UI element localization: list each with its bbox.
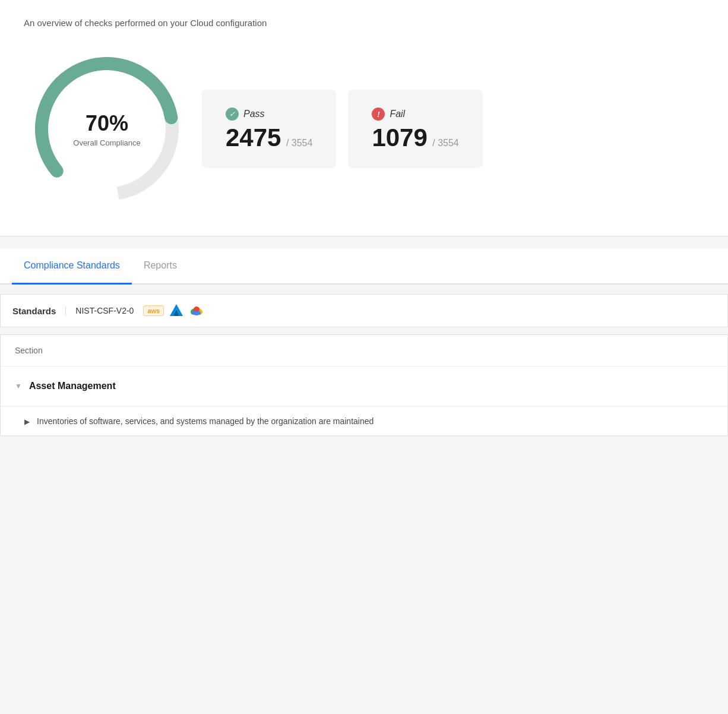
stats-row: 70% Overall Compliance ✓ Pass 2475 / 355… [24,46,704,212]
fail-count-row: 1079 / 3554 [372,125,458,150]
pass-count: 2475 [226,124,281,151]
section-header: Section [1,335,727,367]
fail-card: ! Fail 1079 / 3554 [348,90,482,168]
pass-card: ✓ Pass 2475 / 3554 [202,90,336,168]
fail-count: 1079 [372,124,427,151]
content-section: Section ▼ Asset Management ▶ Inventories… [0,334,728,436]
tab-compliance-standards[interactable]: Compliance Standards [12,248,132,285]
pass-card-header: ✓ Pass [226,108,312,121]
sub-item-inventories[interactable]: ▶ Inventories of software, services, and… [1,406,727,435]
standards-bar: Standards NIST-CSF-V2-0 aws [0,294,728,327]
azure-icon[interactable] [169,303,184,318]
sub-item-text: Inventories of software, services, and s… [37,416,374,426]
asset-management-label: Asset Management [29,381,116,391]
overview-section: An overview of checks performed on your … [0,0,728,236]
standards-label: Standards [12,306,66,316]
chevron-down-icon: ▼ [15,382,22,390]
fail-card-header: ! Fail [372,108,458,121]
donut-label: Overall Compliance [73,138,140,147]
tabs-row: Compliance Standards Reports [12,248,716,283]
asset-management-title[interactable]: ▼ Asset Management [15,381,713,391]
gcp-icon[interactable] [189,303,204,318]
cloud-icons: aws [143,303,204,318]
donut-chart: 70% Overall Compliance [24,46,190,212]
asset-management-item: ▼ Asset Management [1,367,727,406]
fail-total: / 3554 [432,138,458,148]
svg-rect-6 [192,311,201,315]
chevron-right-icon: ▶ [24,418,30,426]
standards-filter[interactable]: NIST-CSF-V2-0 [75,306,134,315]
pass-label: Pass [243,109,265,119]
fail-label: Fail [390,109,405,119]
aws-icon[interactable]: aws [143,305,164,316]
pass-icon: ✓ [226,108,239,121]
donut-percent: 70% [73,111,140,136]
pass-count-row: 2475 / 3554 [226,125,312,150]
pass-total: / 3554 [286,138,312,148]
fail-icon: ! [372,108,385,121]
donut-center-text: 70% Overall Compliance [73,111,140,147]
tab-reports[interactable]: Reports [132,248,189,285]
tabs-section: Compliance Standards Reports [0,248,728,285]
